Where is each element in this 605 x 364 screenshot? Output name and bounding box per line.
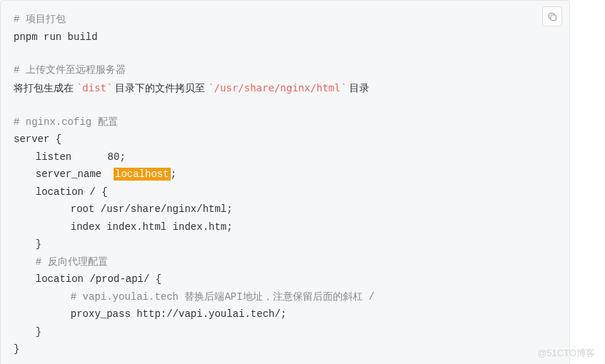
servername-highlight: localhost: [114, 168, 171, 181]
comment-build: # 项目打包: [14, 11, 556, 29]
cmd-build: pnpm run build: [14, 29, 556, 46]
servername-label: server_name: [36, 168, 114, 180]
inline-code-dist: dist: [82, 82, 106, 93]
listen-line: listen 80;: [14, 148, 556, 166]
watermark-text: @51CTO博客: [537, 347, 595, 360]
semicolon: ;: [171, 168, 176, 180]
server-open: server {: [14, 131, 556, 148]
blank-line: [14, 97, 556, 113]
comment-nginx: # nginx.cofig 配置: [14, 113, 556, 131]
index-line: index index.html index.htm;: [14, 218, 556, 236]
copy-icon: [547, 11, 558, 22]
code-block: # 项目打包 pnpm run build # 上传文件至远程服务器 将打包生成…: [0, 0, 570, 364]
location-prodapi-open: location /prod-api/ {: [14, 271, 556, 288]
upload-instruction: 将打包生成在 `dist` 目录下的文件拷贝至 `/usr/share/ngin…: [14, 79, 556, 98]
text-part: 将打包生成在: [14, 82, 76, 93]
proxy-pass-line: proxy_pass http://vapi.youlai.tech/;: [14, 305, 556, 323]
comment-upload: # 上传文件至远程服务器: [14, 61, 556, 79]
text-part: 目录下的文件拷贝至: [112, 82, 208, 93]
inline-code-path: /usr/share/nginx/html: [214, 82, 341, 93]
blank-line: [14, 46, 556, 61]
text-part: 目录: [346, 82, 369, 93]
server-close: }: [14, 340, 556, 358]
backtick: `: [208, 83, 214, 94]
comment-proxy: # 反向代理配置: [14, 253, 556, 271]
location-root-close: }: [14, 236, 556, 253]
location-root-open: location / {: [14, 183, 556, 201]
svg-rect-0: [551, 15, 556, 21]
servername-line: server_name localhost;: [14, 166, 556, 183]
comment-vapi: # vapi.youlai.tech 替换后端API地址，注意保留后面的斜杠 /: [14, 288, 556, 306]
root-line: root /usr/share/nginx/html;: [14, 201, 556, 218]
copy-button[interactable]: [542, 6, 562, 26]
location-prodapi-close: }: [14, 323, 556, 341]
backtick: `: [341, 83, 346, 94]
